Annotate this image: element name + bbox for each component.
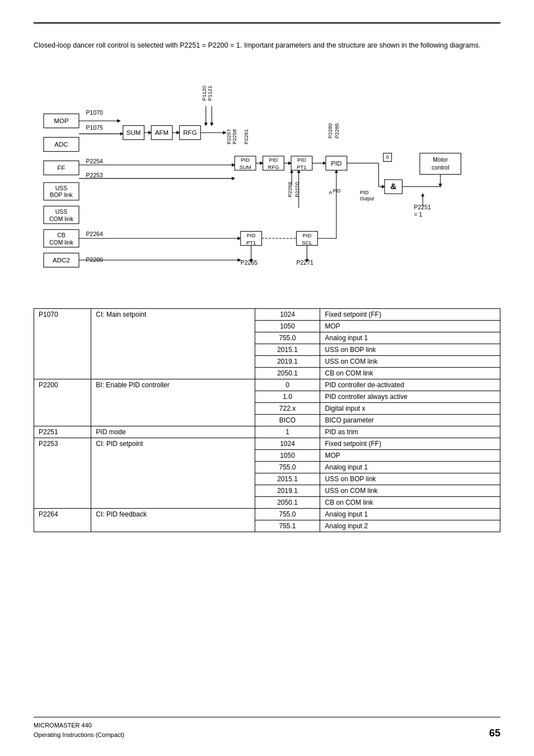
svg-text:AFM: AFM bbox=[155, 129, 168, 136]
svg-text:P2257: P2257 bbox=[226, 129, 232, 144]
svg-text:SUM: SUM bbox=[127, 129, 141, 136]
svg-text:P2253: P2253 bbox=[86, 172, 104, 179]
svg-text:PID: PID bbox=[297, 157, 306, 163]
value-cell: 2050.1 bbox=[255, 367, 320, 379]
meaning-cell: BICO parameter bbox=[320, 414, 500, 426]
svg-text:PID: PID bbox=[241, 157, 250, 163]
value-cell: BICO bbox=[255, 414, 320, 426]
meaning-cell: MOP bbox=[320, 320, 500, 332]
svg-text:P2258: P2258 bbox=[231, 129, 237, 144]
svg-text:PID: PID bbox=[269, 157, 278, 163]
param-cell: P2253 bbox=[34, 438, 91, 508]
svg-text:PT1: PT1 bbox=[297, 164, 306, 170]
value-cell: 1050 bbox=[255, 449, 320, 461]
svg-text:PID: PID bbox=[360, 189, 369, 195]
svg-text:FF: FF bbox=[57, 165, 65, 171]
param-cell: P2264 bbox=[34, 508, 91, 532]
table-row: P2253CI: PID setpoint1024Fixed setpoint … bbox=[34, 438, 500, 449]
top-rule bbox=[34, 22, 500, 24]
svg-text:P2254: P2254 bbox=[86, 157, 104, 164]
value-cell: 2015.1 bbox=[255, 473, 320, 485]
svg-text:A: A bbox=[329, 189, 332, 195]
value-cell: 2019.1 bbox=[255, 485, 320, 496]
value-cell: 2050.1 bbox=[255, 496, 320, 508]
table-row: P2200BI: Enable PID controller0PID contr… bbox=[34, 379, 500, 391]
value-cell: 755.0 bbox=[255, 508, 320, 520]
value-cell: 1024 bbox=[255, 308, 320, 320]
svg-text:0: 0 bbox=[386, 154, 389, 160]
svg-text:P2264: P2264 bbox=[86, 231, 104, 237]
svg-text:COM link: COM link bbox=[49, 215, 74, 222]
meaning-cell: PID controller always active bbox=[320, 391, 500, 402]
intro-text: Closed-loop dancer roll control is selec… bbox=[34, 40, 500, 51]
svg-text:RFG: RFG bbox=[183, 129, 196, 136]
svg-text:PT1: PT1 bbox=[246, 239, 256, 245]
svg-text:P1120: P1120 bbox=[201, 86, 207, 101]
svg-text:SCL: SCL bbox=[302, 239, 312, 245]
desc-cell: BI: Enable PID controller bbox=[91, 379, 255, 426]
svg-text:P1075: P1075 bbox=[86, 124, 104, 131]
desc-cell: PID mode bbox=[91, 426, 255, 438]
table-row: P1070CI: Main setpoint1024Fixed setpoint… bbox=[34, 308, 500, 320]
svg-text:MOP: MOP bbox=[54, 118, 69, 124]
svg-text:P2271: P2271 bbox=[297, 259, 314, 266]
meaning-cell: Analog input 2 bbox=[320, 520, 500, 532]
value-cell: 722.x bbox=[255, 402, 320, 414]
value-cell: 1050 bbox=[255, 320, 320, 332]
value-cell: 1.0 bbox=[255, 391, 320, 402]
svg-text:P2265: P2265 bbox=[241, 259, 258, 266]
desc-cell: CI: Main setpoint bbox=[91, 308, 255, 379]
param-cell: P2200 bbox=[34, 379, 91, 426]
svg-text:USS: USS bbox=[55, 185, 68, 191]
svg-text:PID: PID bbox=[331, 160, 341, 167]
page-number: 65 bbox=[489, 727, 500, 739]
footer-doc-type: Operating Instructions (Compact) bbox=[34, 730, 124, 740]
meaning-cell: Fixed setpoint (FF) bbox=[320, 438, 500, 449]
desc-cell: CI: PID setpoint bbox=[91, 438, 255, 508]
meaning-cell: PID controller de-activated bbox=[320, 379, 500, 391]
meaning-cell: PID as trim bbox=[320, 426, 500, 438]
svg-text:Output: Output bbox=[360, 196, 374, 201]
svg-text:USS: USS bbox=[55, 208, 68, 215]
footer: MICROMASTER 440 Operating Instructions (… bbox=[34, 717, 500, 739]
svg-text:BOP link: BOP link bbox=[50, 191, 73, 198]
value-cell: 1024 bbox=[255, 438, 320, 449]
meaning-cell: Digital input x bbox=[320, 402, 500, 414]
page: Closed-loop dancer roll control is selec… bbox=[0, 0, 534, 756]
svg-text:SUM: SUM bbox=[240, 164, 251, 170]
meaning-cell: USS on COM link bbox=[320, 485, 500, 496]
block-diagram: MOP ADC FF USS BOP link USS COM link CB … bbox=[34, 62, 500, 297]
param-cell: P2251 bbox=[34, 426, 91, 438]
svg-text:P2285: P2285 bbox=[334, 123, 340, 138]
svg-text:&: & bbox=[390, 182, 396, 191]
svg-text:PID: PID bbox=[303, 232, 312, 238]
meaning-cell: Analog input 1 bbox=[320, 508, 500, 520]
meaning-cell: Analog input 1 bbox=[320, 332, 500, 344]
meaning-cell: USS on BOP link bbox=[320, 344, 500, 355]
meaning-cell: CB on COM link bbox=[320, 367, 500, 379]
svg-text:COM link: COM link bbox=[49, 238, 74, 245]
param-table: P1070CI: Main setpoint1024Fixed setpoint… bbox=[34, 308, 500, 532]
table-row: P2251PID mode1PID as trim bbox=[34, 426, 500, 438]
svg-text:P2261: P2261 bbox=[243, 129, 249, 144]
footer-product: MICROMASTER 440 bbox=[34, 721, 124, 730]
svg-text:ADC: ADC bbox=[54, 141, 68, 148]
meaning-cell: USS on BOP link bbox=[320, 473, 500, 485]
svg-text:PID: PID bbox=[247, 232, 256, 238]
value-cell: 755.0 bbox=[255, 332, 320, 344]
meaning-cell: USS on COM link bbox=[320, 355, 500, 367]
desc-cell: CI: PID feedback bbox=[91, 508, 255, 532]
svg-text:P1121: P1121 bbox=[207, 86, 213, 101]
meaning-cell: CB on COM link bbox=[320, 496, 500, 508]
value-cell: 1 bbox=[255, 426, 320, 438]
value-cell: 755.1 bbox=[255, 520, 320, 532]
svg-text:= 1: = 1 bbox=[414, 211, 423, 218]
value-cell: 2015.1 bbox=[255, 344, 320, 355]
meaning-cell: Analog input 1 bbox=[320, 461, 500, 473]
value-cell: 755.0 bbox=[255, 461, 320, 473]
svg-text:P1070: P1070 bbox=[86, 109, 104, 116]
svg-text:ADC2: ADC2 bbox=[53, 257, 70, 264]
svg-text:control: control bbox=[432, 164, 449, 171]
footer-left: MICROMASTER 440 Operating Instructions (… bbox=[34, 721, 124, 739]
meaning-cell: MOP bbox=[320, 449, 500, 461]
